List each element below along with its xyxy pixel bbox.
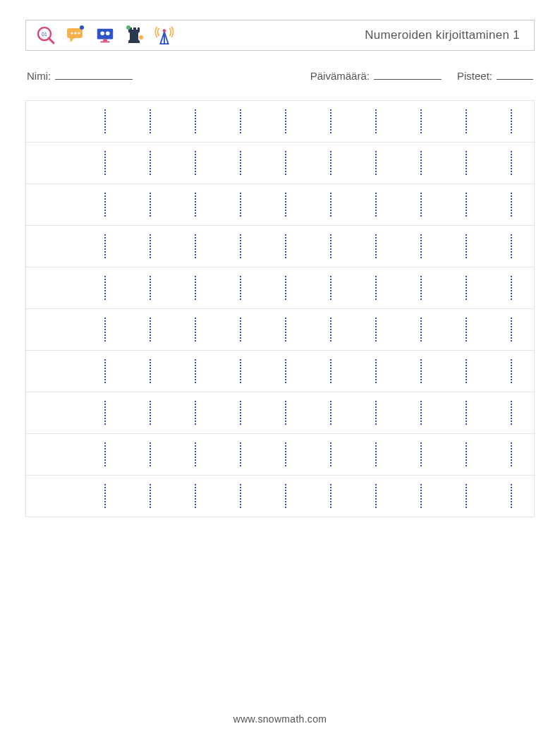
trace-digit[interactable]: 1 [373,236,379,257]
trace-digit[interactable]: 1 [283,485,288,507]
trace-digit[interactable]: 1 [283,361,288,382]
trace-digit[interactable]: 1 [463,402,469,423]
trace-digit[interactable]: 1 [102,444,108,465]
trace-digit[interactable]: 1 [283,319,288,340]
trace-digit[interactable]: 1 [509,444,514,465]
trace-digit[interactable]: 1 [418,361,424,382]
trace-digit[interactable]: 1 [102,111,108,132]
trace-digit[interactable]: 1 [328,444,334,465]
trace-digit[interactable]: 1 [373,361,379,382]
trace-digit[interactable]: 1 [373,194,379,215]
trace-digit[interactable]: 1 [418,402,424,423]
trace-digit[interactable]: 1 [147,152,153,174]
trace-digit[interactable]: 1 [147,319,153,340]
trace-digit[interactable]: 1 [147,485,153,507]
trace-digit[interactable]: 1 [509,236,514,257]
trace-digit[interactable]: 1 [463,361,469,382]
trace-digit[interactable]: 1 [102,152,108,174]
trace-digit[interactable]: 1 [463,319,469,340]
trace-digit[interactable]: 1 [238,194,243,215]
trace-digit[interactable]: 1 [238,319,243,340]
trace-digit[interactable]: 1 [283,444,288,465]
trace-digit[interactable]: 1 [102,361,108,382]
trace-digit[interactable]: 1 [102,319,108,340]
score-blank[interactable] [497,69,533,80]
trace-digit[interactable]: 1 [193,111,198,132]
trace-digit[interactable]: 1 [193,402,198,423]
trace-digit[interactable]: 1 [509,361,514,382]
trace-digit[interactable]: 1 [328,111,334,132]
trace-digit[interactable]: 1 [373,277,379,298]
trace-digit[interactable]: 1 [418,194,424,215]
trace-digit[interactable]: 1 [509,319,514,340]
trace-digit[interactable]: 1 [509,152,514,174]
trace-digit[interactable]: 1 [102,194,108,215]
trace-digit[interactable]: 1 [147,402,153,423]
trace-digit[interactable]: 1 [373,319,379,340]
trace-digit[interactable]: 1 [147,361,153,382]
trace-digit[interactable]: 1 [147,277,153,298]
trace-digit[interactable]: 1 [238,444,243,465]
trace-digit[interactable]: 1 [373,402,379,423]
trace-digit[interactable]: 1 [283,402,288,423]
trace-digit[interactable]: 1 [283,277,288,298]
trace-digit[interactable]: 1 [418,485,424,507]
trace-digit[interactable]: 1 [147,194,153,215]
trace-digit[interactable]: 1 [328,361,334,382]
trace-digit[interactable]: 1 [418,277,424,298]
trace-digit[interactable]: 1 [328,277,334,298]
trace-digit[interactable]: 1 [147,444,153,465]
trace-digit[interactable]: 1 [328,152,334,174]
trace-digit[interactable]: 1 [193,444,198,465]
trace-digit[interactable]: 1 [418,152,424,174]
trace-digit[interactable]: 1 [328,194,334,215]
trace-digit[interactable]: 1 [463,152,469,174]
trace-digit[interactable]: 1 [418,111,424,132]
trace-digit[interactable]: 1 [463,194,469,215]
trace-digit[interactable]: 1 [193,152,198,174]
trace-digit[interactable]: 1 [147,111,153,132]
trace-digit[interactable]: 1 [463,444,469,465]
trace-digit[interactable]: 1 [238,236,243,257]
trace-digit[interactable]: 1 [509,277,514,298]
trace-digit[interactable]: 1 [147,236,153,257]
trace-digit[interactable]: 1 [283,152,288,174]
trace-digit[interactable]: 1 [102,277,108,298]
trace-digit[interactable]: 1 [373,444,379,465]
trace-digit[interactable]: 1 [193,361,198,382]
trace-digit[interactable]: 1 [238,361,243,382]
trace-digit[interactable]: 1 [193,485,198,507]
trace-digit[interactable]: 1 [463,277,469,298]
trace-digit[interactable]: 1 [102,402,108,423]
trace-digit[interactable]: 1 [463,236,469,257]
trace-digit[interactable]: 1 [238,111,243,132]
trace-digit[interactable]: 1 [509,194,514,215]
trace-digit[interactable]: 1 [328,485,334,507]
trace-digit[interactable]: 1 [238,485,243,507]
name-blank[interactable] [55,69,133,80]
trace-digit[interactable]: 1 [463,111,469,132]
trace-digit[interactable]: 1 [238,277,243,298]
trace-digit[interactable]: 1 [283,194,288,215]
trace-digit[interactable]: 1 [373,111,379,132]
trace-digit[interactable]: 1 [193,277,198,298]
trace-digit[interactable]: 1 [418,236,424,257]
trace-digit[interactable]: 1 [463,485,469,507]
date-blank[interactable] [374,69,442,80]
trace-digit[interactable]: 1 [328,236,334,257]
trace-digit[interactable]: 1 [509,402,514,423]
trace-digit[interactable]: 1 [283,111,288,132]
trace-digit[interactable]: 1 [328,402,334,423]
trace-digit[interactable]: 1 [283,236,288,257]
trace-digit[interactable]: 1 [509,111,514,132]
trace-digit[interactable]: 1 [193,236,198,257]
trace-digit[interactable]: 1 [328,319,334,340]
trace-digit[interactable]: 1 [418,444,424,465]
trace-digit[interactable]: 1 [238,402,243,423]
trace-digit[interactable]: 1 [418,319,424,340]
trace-digit[interactable]: 1 [102,485,108,507]
trace-digit[interactable]: 1 [373,485,379,507]
trace-digit[interactable]: 1 [193,194,198,215]
trace-digit[interactable]: 1 [193,319,198,340]
trace-digit[interactable]: 1 [373,152,379,174]
